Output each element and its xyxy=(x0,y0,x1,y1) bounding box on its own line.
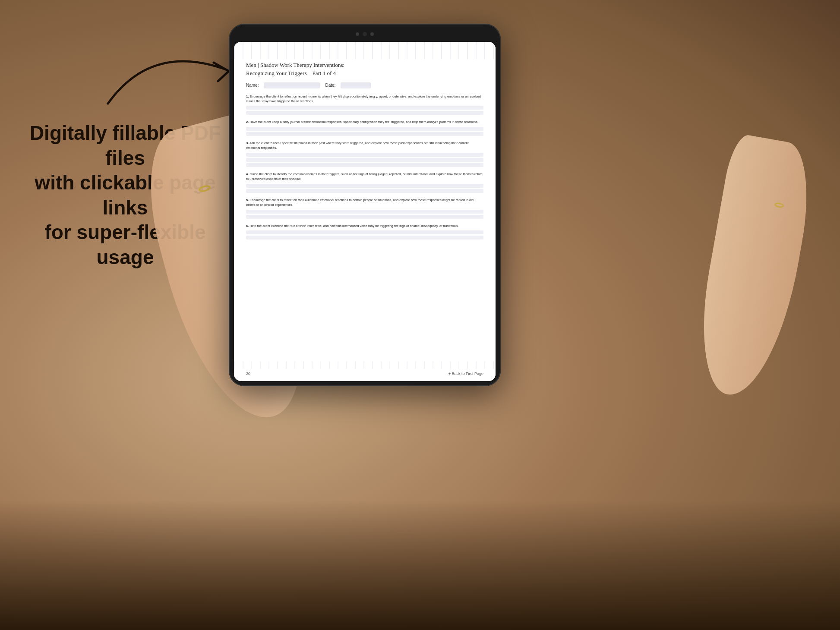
tablet-screen: Men | Shadow Work Therapy Interventions:… xyxy=(234,42,496,381)
date-label: Date: xyxy=(325,83,335,88)
pdf-item-1: 1. Encourage the client to reflect on re… xyxy=(246,94,483,115)
pdf-item-2-text: 2. Have the client keep a daily journal … xyxy=(246,120,483,125)
camera-dot-right xyxy=(370,32,374,36)
pdf-footer: 20 + Back to First Page xyxy=(246,372,483,376)
pdf-header-pattern xyxy=(234,42,496,59)
pdf-item-1-text: 1. Encourage the client to reflect on re… xyxy=(246,94,483,104)
pdf-subtitle: Recognizing Your Triggers – Part 1 of 4 xyxy=(246,69,483,77)
pdf-item-6: 6. Help the client examine the role of t… xyxy=(246,224,483,240)
pdf-item-3-lines xyxy=(246,153,483,167)
pdf-back-link[interactable]: + Back to First Page xyxy=(448,372,483,376)
pdf-item-3-text: 3. Ask the client to recall specific sit… xyxy=(246,141,483,151)
pdf-item-6-lines xyxy=(246,230,483,239)
pdf-item-5: 5. Encourage the client to reflect on th… xyxy=(246,198,483,219)
pdf-item-4-lines xyxy=(246,184,483,193)
pdf-item-4: 4. Guide the client to identify the comm… xyxy=(246,172,483,193)
pdf-item-5-lines xyxy=(246,210,483,219)
pdf-item-4-text: 4. Guide the client to identify the comm… xyxy=(246,172,483,182)
pdf-item-2: 2. Have the client keep a daily journal … xyxy=(246,120,483,136)
pdf-name-date-row: Name: Date: xyxy=(246,82,483,88)
pdf-item-6-text: 6. Help the client examine the role of t… xyxy=(246,224,483,229)
bg-overlay xyxy=(0,501,840,630)
pdf-item-5-text: 5. Encourage the client to reflect on th… xyxy=(246,198,483,208)
pdf-title: Men | Shadow Work Therapy Interventions: xyxy=(246,61,483,69)
pdf-title-section: Men | Shadow Work Therapy Interventions:… xyxy=(246,61,483,77)
date-field[interactable] xyxy=(341,82,371,88)
camera-dot-left xyxy=(356,32,359,36)
name-label: Name: xyxy=(246,83,259,88)
camera-dot-center xyxy=(363,32,367,36)
pdf-item-2-lines xyxy=(246,127,483,136)
pdf-page: Men | Shadow Work Therapy Interventions:… xyxy=(234,42,496,381)
pdf-item-1-lines xyxy=(246,106,483,115)
tablet-camera-bar xyxy=(234,30,496,38)
name-field[interactable] xyxy=(264,82,320,88)
pdf-item-3: 3. Ask the client to recall specific sit… xyxy=(246,141,483,167)
tablet-device: Men | Shadow Work Therapy Interventions:… xyxy=(229,24,501,386)
pdf-page-number: 20 xyxy=(246,372,250,376)
pdf-footer-pattern xyxy=(234,361,496,369)
